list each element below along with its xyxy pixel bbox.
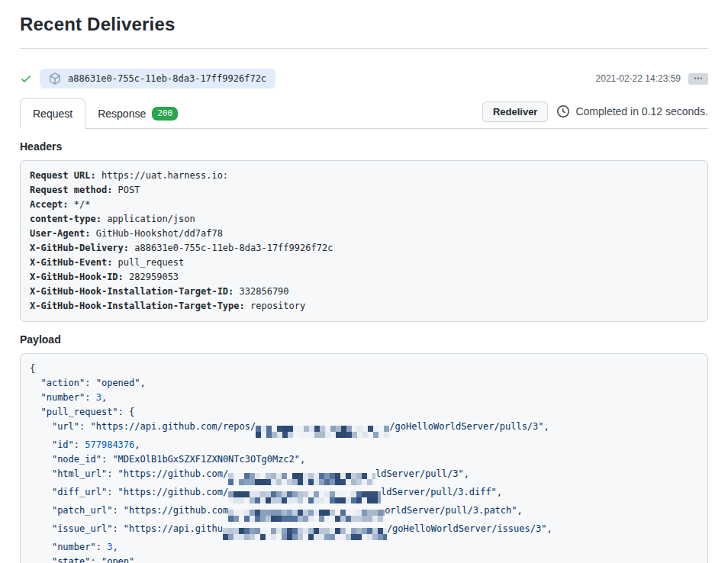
header-value: 332856790 bbox=[234, 286, 288, 297]
tab-request[interactable]: Request bbox=[20, 98, 85, 129]
code-token: : bbox=[112, 505, 123, 516]
code-token: "open" bbox=[101, 556, 134, 563]
code-token: "issue_url" bbox=[52, 523, 112, 534]
code-token: "https://github.com/ bbox=[118, 468, 229, 479]
header-line: User-Agent: GitHub-Hookshot/dd7af78 bbox=[30, 227, 698, 241]
code-token bbox=[30, 505, 52, 516]
header-key: X-GitHub-Delivery: bbox=[30, 243, 129, 253]
code-token: , bbox=[546, 523, 552, 534]
header-key: X-GitHub-Event: bbox=[30, 257, 112, 268]
code-token: , bbox=[134, 556, 140, 563]
header-line: Request method: POST bbox=[30, 183, 698, 198]
header-value: POST bbox=[112, 185, 140, 195]
header-value: */* bbox=[69, 199, 91, 210]
header-line: Request URL: https://uat.harness.io: bbox=[30, 169, 698, 183]
code-token: "url" bbox=[52, 421, 79, 432]
code-token: /goHelloWorldServer/pulls/3" bbox=[389, 421, 543, 432]
code-token: "patch_url" bbox=[52, 505, 112, 516]
code-token: "MDExOlB1bGxSZXF1ZXN0NTc3OTg0Mzc2" bbox=[112, 454, 300, 465]
code-token bbox=[30, 487, 52, 497]
redacted-region bbox=[223, 528, 387, 540]
header-line: X-GitHub-Hook-Installation-Target-Type: … bbox=[30, 299, 698, 314]
code-token bbox=[30, 523, 52, 534]
header-line: X-GitHub-Delivery: a88631e0-755c-11eb-8d… bbox=[30, 241, 698, 256]
code-token: : bbox=[85, 392, 95, 403]
delivery-guid: a88631e0-755c-11eb-8da3-17ff9926f72c bbox=[68, 73, 266, 84]
code-token: 3 bbox=[96, 392, 101, 403]
code-token: orldServer/pull/3.patch" bbox=[385, 505, 517, 516]
code-token: , bbox=[112, 542, 118, 552]
code-token: "action" bbox=[40, 378, 85, 388]
code-token bbox=[30, 468, 52, 479]
delivery-guid-pill[interactable]: a88631e0-755c-11eb-8da3-17ff9926f72c bbox=[40, 69, 275, 88]
code-token: : bbox=[74, 439, 85, 450]
code-token: "https://github.com bbox=[124, 505, 228, 516]
code-token: , bbox=[134, 439, 140, 450]
tab-actions: Redeliver Completed in 0.12 seconds. bbox=[482, 99, 708, 124]
header-value: https://uat.harness.io: bbox=[96, 170, 228, 181]
code-token: , bbox=[300, 454, 305, 465]
code-token: "number" bbox=[52, 542, 96, 552]
redeliver-button[interactable]: Redeliver bbox=[482, 101, 549, 122]
header-value: GitHub-Hookshot/dd7af78 bbox=[90, 228, 222, 239]
code-token: "https://github.com/ bbox=[118, 487, 229, 497]
response-status-badge: 200 bbox=[152, 107, 178, 121]
code-token bbox=[30, 556, 52, 563]
redacted-region bbox=[228, 491, 381, 503]
header-key: Request URL: bbox=[30, 170, 96, 181]
code-token: "https://api.github.com/repos/ bbox=[90, 421, 256, 432]
package-icon bbox=[49, 72, 61, 85]
code-token: , bbox=[497, 487, 502, 497]
tab-response[interactable]: Response 200 bbox=[85, 99, 190, 128]
code-token: ldServer/pull/3.diff" bbox=[381, 487, 497, 497]
payload-line: "pull_request": { bbox=[30, 405, 698, 420]
payload-title: Payload bbox=[20, 333, 708, 346]
title-divider bbox=[20, 48, 708, 49]
header-key: Accept: bbox=[30, 199, 69, 210]
tab-response-label: Response bbox=[98, 106, 146, 121]
code-token: , bbox=[517, 505, 523, 516]
payload-line: "action": "opened", bbox=[30, 376, 698, 391]
delivery-options-button[interactable] bbox=[688, 73, 708, 85]
payload-line: "patch_url": "https://github.comorldServ… bbox=[30, 503, 698, 522]
code-token: "opened" bbox=[96, 378, 140, 388]
code-token: , bbox=[101, 392, 107, 403]
payload-line: "diff_url": "https://github.com/ldServer… bbox=[30, 485, 698, 503]
recent-deliveries-page: Recent Deliveries a88631e0-755c-11eb-8da… bbox=[0, 0, 728, 563]
header-key: X-GitHub-Hook-Installation-Target-Type: bbox=[30, 301, 245, 311]
code-token: "https://api.githu bbox=[124, 523, 223, 534]
code-token: , bbox=[544, 421, 549, 432]
delivery-row: a88631e0-755c-11eb-8da3-17ff9926f72c 202… bbox=[20, 68, 708, 89]
header-value: application/json bbox=[101, 214, 195, 224]
payload-line: "state": "open", bbox=[30, 555, 698, 563]
payload-line: "number": 3, bbox=[30, 540, 698, 555]
code-token: "id" bbox=[52, 439, 74, 450]
code-token: : bbox=[112, 523, 123, 534]
redacted-region bbox=[228, 510, 385, 522]
code-token: : bbox=[96, 542, 107, 552]
header-line: X-GitHub-Event: pull_request bbox=[30, 256, 698, 270]
code-token: : bbox=[90, 556, 101, 563]
header-value: pull_request bbox=[112, 257, 184, 268]
code-token: "diff_url" bbox=[52, 487, 107, 497]
header-line: Accept: */* bbox=[30, 198, 698, 212]
headers-title: Headers bbox=[20, 140, 708, 153]
payload-line: "html_url": "https://github.com/ldServer… bbox=[30, 467, 698, 485]
clock-icon bbox=[557, 105, 569, 117]
code-token: : bbox=[79, 421, 90, 432]
code-token: "html_url" bbox=[52, 468, 107, 479]
payload-line: "url": "https://api.github.com/repos//go… bbox=[30, 420, 698, 438]
redacted-region bbox=[256, 426, 389, 438]
kebab-horizontal-icon bbox=[694, 74, 703, 83]
code-token bbox=[30, 454, 52, 465]
code-token: "node_id" bbox=[52, 454, 101, 465]
headers-box: Request URL: https://uat.harness.io:Requ… bbox=[20, 160, 708, 322]
code-token: : bbox=[107, 468, 118, 479]
code-token bbox=[30, 421, 52, 432]
header-value: a88631e0-755c-11eb-8da3-17ff9926f72c bbox=[129, 243, 333, 253]
code-token: : bbox=[107, 487, 118, 497]
code-token: 577984376 bbox=[85, 439, 134, 450]
code-token bbox=[30, 378, 40, 388]
code-token: /goHelloWorldServer/issues/3" bbox=[387, 523, 547, 534]
payload-box: { "action": "opened", "number": 3, "pull… bbox=[20, 353, 708, 563]
